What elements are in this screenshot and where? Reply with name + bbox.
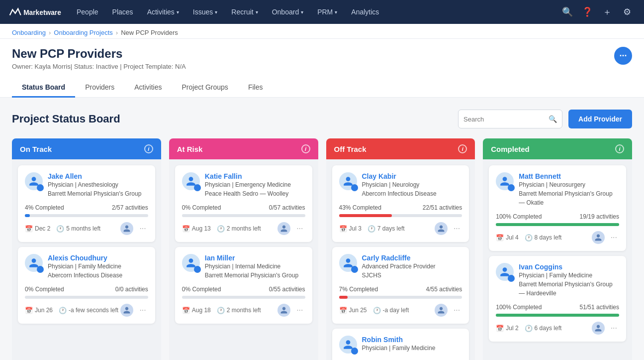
provider-detail-ivan-coggins: Physician | Family MedicineBarrett Memor… xyxy=(519,271,619,298)
user-avatar-ivan xyxy=(592,322,605,335)
pct-label-clay: 43% Completed xyxy=(339,204,381,211)
avatar-matt-bennett xyxy=(496,172,514,190)
calendar-icon: 📅 xyxy=(339,307,347,314)
more-menu-katie[interactable]: ··· xyxy=(294,223,305,234)
user-avatar-clay xyxy=(435,222,448,235)
nav-onboard[interactable]: Onboard ▾ xyxy=(266,0,309,24)
activities-alexis: 0/0 activities xyxy=(115,286,148,293)
nav-people[interactable]: People xyxy=(71,0,104,24)
nav-activities[interactable]: Activities ▾ xyxy=(141,0,185,24)
page-header: New PCP Providers Owner: Kayla Morris| S… xyxy=(0,39,644,98)
avatar-jake-allen xyxy=(25,172,43,190)
user-avatar-carly xyxy=(435,304,448,317)
date-carly: Jun 25 xyxy=(349,307,367,314)
nav-recruit[interactable]: Recruit ▾ xyxy=(225,0,264,24)
avatar-robin-smith xyxy=(339,336,357,354)
tab-providers[interactable]: Providers xyxy=(75,78,124,98)
add-provider-button[interactable]: Add Provider xyxy=(568,110,632,128)
provider-detail-carly-radcliffe: Advanced Practice ProviderSJCHS xyxy=(362,262,462,280)
add-icon[interactable]: ＋ xyxy=(598,0,616,24)
more-menu-ivan[interactable]: ··· xyxy=(609,323,619,334)
provider-name-alexis-choudhury[interactable]: Alexis Choudhury xyxy=(48,254,148,262)
progress-fill-jake-allen xyxy=(25,214,30,217)
time-katie: 2 months left xyxy=(227,225,261,232)
page-title: New PCP Providers xyxy=(12,47,632,61)
date-alexis: Jun 26 xyxy=(35,307,53,314)
more-menu-carly[interactable]: ··· xyxy=(452,305,462,316)
col-body-at-risk: Katie Fallin Physician | Emergency Medic… xyxy=(169,159,318,330)
nav-places[interactable]: Places xyxy=(106,0,139,24)
info-icon-completed[interactable]: i xyxy=(615,144,624,153)
date-ian: Aug 18 xyxy=(192,307,211,314)
more-menu-alexis[interactable]: ··· xyxy=(137,305,148,316)
card-alexis-choudhury: Alexis Choudhury Physician | Family Medi… xyxy=(18,247,155,324)
tab-status-board[interactable]: Status Board xyxy=(12,78,75,98)
user-avatar-jake-allen xyxy=(120,222,133,235)
provider-name-clay-kabir[interactable]: Clay Kabir xyxy=(362,172,462,180)
column-on-track: On Track i Jake Allen Physician | Anesth… xyxy=(12,138,161,360)
avatar-carly-radcliffe xyxy=(339,254,357,272)
settings-icon[interactable]: ⚙ xyxy=(618,0,636,24)
breadcrumb-onboarding-projects[interactable]: Onboarding Projects xyxy=(54,29,113,36)
more-menu-jake-allen[interactable]: ··· xyxy=(137,223,148,234)
nav-issues[interactable]: Issues ▾ xyxy=(187,0,223,24)
provider-name-ivan-coggins[interactable]: Ivan Coggins xyxy=(519,263,619,271)
more-menu-ian[interactable]: ··· xyxy=(294,305,305,316)
help-icon[interactable]: ❓ xyxy=(578,0,596,24)
activities-matt: 19/19 activities xyxy=(580,213,619,220)
provider-name-ian-miller[interactable]: Ian Miller xyxy=(205,254,305,262)
col-title-on-track: On Track xyxy=(20,145,52,153)
avatar-alexis-choudhury xyxy=(25,254,43,272)
clock-icon: 🕐 xyxy=(368,225,375,233)
time-matt: 8 days left xyxy=(535,234,562,241)
tab-activities[interactable]: Activities xyxy=(124,78,172,98)
time-alexis: -a few seconds left xyxy=(69,307,118,314)
tabs: Status Board Providers Activities Projec… xyxy=(12,78,632,97)
search-icon[interactable]: 🔍 xyxy=(558,0,576,24)
clock-icon: 🕐 xyxy=(56,225,64,233)
provider-detail-alexis-choudhury: Physician | Family MedicineAbercorn Infe… xyxy=(48,262,148,280)
date-katie: Aug 13 xyxy=(192,225,211,232)
breadcrumb-onboarding[interactable]: Onboarding xyxy=(12,29,46,36)
tab-files[interactable]: Files xyxy=(238,78,273,98)
tab-project-groups[interactable]: Project Groups xyxy=(172,78,238,98)
provider-name-robin-smith[interactable]: Robin Smith xyxy=(362,336,462,344)
pct-label-katie: 0% Completed xyxy=(182,204,221,211)
card-robin-smith: Robin Smith Physician | Family Medicine xyxy=(332,329,469,360)
activities-ivan: 51/51 activities xyxy=(580,304,619,311)
pct-label-ivan: 100% Completed xyxy=(496,304,542,311)
card-ivan-coggins: Ivan Coggins Physician | Family Medicine… xyxy=(489,256,626,342)
logo[interactable]: Marketware xyxy=(8,5,63,19)
nav-prm[interactable]: PRM ▾ xyxy=(311,0,343,24)
time-carly: -a day left xyxy=(383,307,409,314)
search-input[interactable] xyxy=(463,116,549,123)
col-body-on-track: Jake Allen Physician | AnesthesiologyBar… xyxy=(12,159,161,330)
user-avatar-alexis xyxy=(120,304,133,317)
clock-icon: 🕐 xyxy=(525,325,533,332)
calendar-icon: 📅 xyxy=(25,225,33,233)
provider-name-katie-fallin[interactable]: Katie Fallin xyxy=(205,172,305,180)
nav-analytics[interactable]: Analytics xyxy=(345,0,385,24)
svg-text:Marketware: Marketware xyxy=(23,9,61,16)
breadcrumb: Onboarding › Onboarding Projects › New P… xyxy=(0,24,644,39)
search-box[interactable]: 🔍 xyxy=(458,110,562,128)
provider-name-matt-bennett[interactable]: Matt Bennett xyxy=(519,172,619,180)
clock-icon: 🕐 xyxy=(59,307,67,314)
card-jake-allen: Jake Allen Physician | AnesthesiologyBar… xyxy=(18,165,155,242)
info-icon-on-track[interactable]: i xyxy=(144,144,153,153)
col-header-at-risk: At Risk i xyxy=(169,138,318,159)
info-icon-off-track[interactable]: i xyxy=(458,144,467,153)
provider-name-jake-allen[interactable]: Jake Allen xyxy=(48,172,148,180)
avatar-ivan-coggins xyxy=(496,263,514,281)
more-menu-matt[interactable]: ··· xyxy=(609,232,619,243)
info-icon-at-risk[interactable]: i xyxy=(301,144,310,153)
board-controls: 🔍 Add Provider xyxy=(458,110,632,128)
progress-bg-jake-allen xyxy=(25,214,148,217)
provider-name-carly-radcliffe[interactable]: Carly Radcliffe xyxy=(362,254,462,262)
provider-detail-matt-bennett: Physician | NeurosurgeryBarrett Memorial… xyxy=(519,180,619,207)
col-body-off-track: Clay Kabir Physician | NeurologyAbercorn… xyxy=(326,159,475,360)
calendar-icon: 📅 xyxy=(182,225,190,233)
search-icon: 🔍 xyxy=(549,115,557,123)
more-options-button[interactable]: ··· xyxy=(614,47,632,65)
more-menu-clay[interactable]: ··· xyxy=(452,223,462,234)
